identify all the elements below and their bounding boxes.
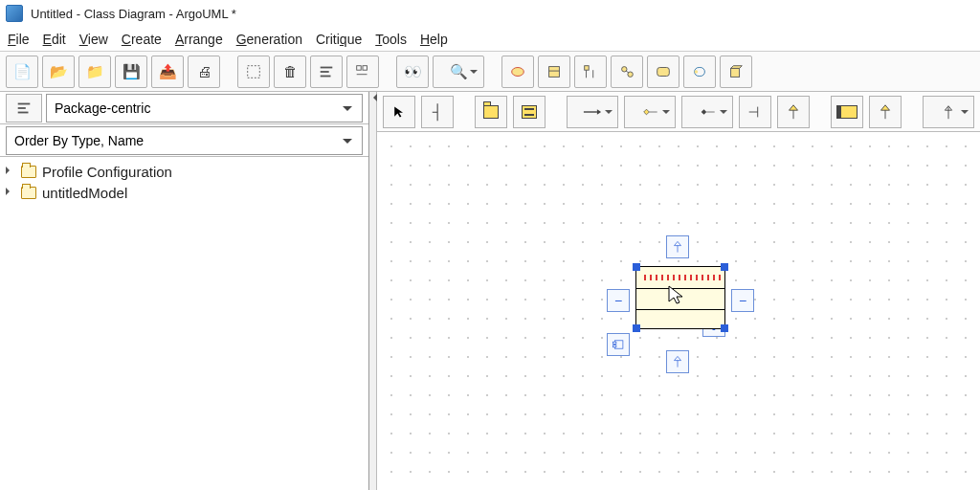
- palette-package[interactable]: [475, 96, 507, 128]
- palette-up-dropdown[interactable]: [923, 96, 974, 128]
- find-button[interactable]: 👀: [396, 56, 429, 88]
- new-button[interactable]: 📄: [6, 56, 38, 88]
- helper-generalize-up[interactable]: [666, 235, 689, 258]
- binoculars-icon: 👀: [404, 64, 422, 78]
- svg-marker-40: [675, 241, 681, 245]
- align-button[interactable]: [310, 56, 343, 88]
- helper-minus-right[interactable]: −: [731, 289, 754, 312]
- expand-icon[interactable]: [6, 167, 15, 176]
- content-area: Package-centric Order By Type, Name Prof…: [0, 92, 980, 490]
- options-button[interactable]: [346, 56, 379, 88]
- activity-icon: [691, 63, 708, 80]
- select-button[interactable]: [237, 56, 270, 88]
- palette-note[interactable]: [831, 96, 863, 128]
- main-toolbar: 📄 📂 📁 💾 📤 🖨 🗑 👀 🔍: [0, 52, 980, 92]
- palette-generalization[interactable]: [777, 96, 810, 128]
- menu-generation[interactable]: Generation: [236, 32, 302, 47]
- svg-rect-16: [657, 67, 670, 76]
- diagram-canvas[interactable]: − − ✚ ✚: [377, 132, 980, 490]
- menu-arrange[interactable]: Arrange: [175, 32, 223, 47]
- delete-button[interactable]: 🗑: [274, 56, 306, 88]
- perspective-align-button[interactable]: [6, 94, 42, 122]
- svg-marker-46: [669, 286, 682, 303]
- resize-handle[interactable]: [633, 324, 640, 332]
- up-arrow-icon: [671, 240, 684, 254]
- perspective-combo[interactable]: Package-centric: [46, 94, 363, 122]
- saveas-icon: 📤: [159, 64, 177, 78]
- menu-help[interactable]: Help: [420, 32, 448, 47]
- svg-marker-29: [702, 109, 707, 115]
- order-combo[interactable]: Order By Type, Name: [6, 126, 363, 155]
- resize-handle[interactable]: [633, 263, 640, 271]
- class-op-compartment[interactable]: [636, 309, 724, 330]
- tree-node[interactable]: Profile Configuration: [6, 161, 363, 182]
- diagram-activity-button[interactable]: [683, 56, 716, 88]
- import-icon: 📁: [86, 64, 104, 78]
- import-button[interactable]: 📁: [78, 56, 111, 88]
- diagram-class-button[interactable]: [538, 56, 570, 88]
- palette-general2[interactable]: [869, 96, 902, 128]
- helper-component[interactable]: [607, 333, 630, 356]
- order-row: Order By Type, Name: [0, 124, 368, 157]
- save-button[interactable]: 💾: [115, 56, 147, 88]
- file-icon: 📄: [13, 64, 32, 78]
- svg-marker-20: [731, 65, 743, 68]
- tree-node[interactable]: untitledModel: [6, 182, 363, 203]
- selection-icon: [245, 63, 262, 80]
- tree-label: untitledModel: [42, 185, 127, 201]
- diamond-filled-icon: [695, 105, 720, 119]
- zoom-dropdown[interactable]: 🔍: [433, 56, 484, 88]
- helper-generalize-down[interactable]: [666, 350, 689, 373]
- menu-tools[interactable]: Tools: [375, 32, 407, 47]
- align-left-icon: [15, 100, 33, 117]
- diamond-open-icon: [637, 105, 662, 119]
- svg-line-15: [626, 71, 629, 73]
- menu-view[interactable]: View: [79, 32, 108, 47]
- palette-composition[interactable]: [681, 96, 733, 128]
- svg-rect-10: [585, 65, 590, 70]
- saveas-button[interactable]: 📤: [151, 56, 184, 88]
- app-icon: [6, 5, 23, 22]
- diagram-collab-button[interactable]: [611, 56, 643, 88]
- broom-icon: ┤: [433, 104, 443, 119]
- expand-icon[interactable]: [6, 188, 15, 197]
- palette-class[interactable]: [513, 96, 546, 128]
- explorer-tree[interactable]: Profile Configuration untitledModel: [0, 157, 368, 490]
- trash-icon: 🗑: [283, 64, 298, 78]
- svg-rect-5: [363, 65, 368, 70]
- menu-file-label: ile: [16, 32, 30, 47]
- sequence-icon: [582, 63, 599, 80]
- resize-handle[interactable]: [721, 324, 728, 332]
- palette-select[interactable]: [383, 96, 415, 128]
- print-button[interactable]: 🖨: [188, 56, 220, 88]
- palette-dependency[interactable]: [624, 96, 676, 128]
- diagram-state-button[interactable]: [647, 56, 679, 88]
- diagram-usecase-button[interactable]: [501, 56, 534, 88]
- up-arrow-icon: [671, 355, 684, 368]
- class-element[interactable]: [635, 266, 725, 329]
- menu-file[interactable]: File: [8, 32, 30, 47]
- note-icon: [836, 105, 858, 119]
- palette-association[interactable]: [567, 96, 618, 128]
- menu-create[interactable]: Create: [122, 32, 162, 47]
- folder-icon: [21, 166, 36, 178]
- perspective-value: Package-centric: [55, 100, 150, 116]
- splitter[interactable]: [369, 92, 377, 490]
- realize-icon: [746, 103, 764, 121]
- menu-edit[interactable]: Edit: [43, 32, 66, 47]
- open-button[interactable]: 📂: [42, 56, 75, 88]
- print-icon: 🖨: [197, 64, 212, 78]
- menu-critique[interactable]: Critique: [316, 32, 362, 47]
- svg-marker-36: [881, 104, 890, 109]
- save-icon: 💾: [122, 64, 141, 78]
- general-up-icon: [785, 103, 802, 121]
- diagram-sequence-button[interactable]: [574, 56, 607, 88]
- svg-rect-43: [612, 345, 616, 347]
- palette-broom[interactable]: ┤: [421, 96, 454, 128]
- helper-minus-left[interactable]: −: [607, 289, 630, 312]
- palette-realization[interactable]: [739, 96, 771, 128]
- align-icon: [318, 63, 335, 80]
- resize-handle[interactable]: [721, 263, 728, 271]
- general-up2-icon: [877, 103, 894, 121]
- diagram-deploy-button[interactable]: [720, 56, 752, 88]
